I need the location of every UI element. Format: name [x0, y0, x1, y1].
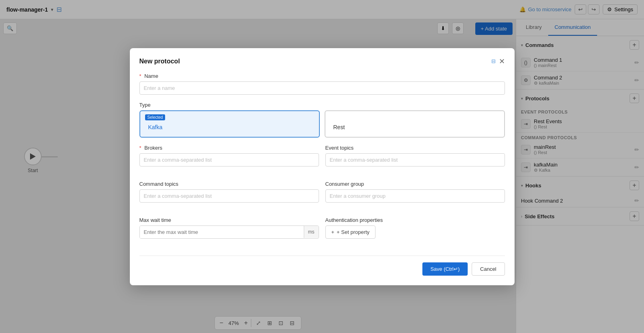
event-topics-label: Event topics [325, 145, 505, 151]
modal-overlay: New protocol ⊟ ✕ * Name Type Selected Ka… [0, 0, 644, 333]
brokers-label: * Brokers [139, 145, 319, 151]
new-protocol-modal: New protocol ⊟ ✕ * Name Type Selected Ka… [130, 48, 515, 285]
max-wait-group: Max wait time ms [139, 217, 319, 239]
max-wait-auth-row: Max wait time ms Authentication properti… [139, 217, 505, 246]
modal-footer: Save (Ctrl↵) Cancel [139, 256, 505, 276]
type-rest-option[interactable]: Rest [325, 110, 505, 138]
type-options: Selected Kafka Rest [139, 110, 505, 138]
max-wait-label: Max wait time [139, 217, 319, 223]
brokers-event-row: * Brokers Event topics [139, 145, 505, 174]
save-button[interactable]: Save (Ctrl↵) [422, 262, 468, 276]
brokers-group: * Brokers [139, 145, 319, 166]
modal-header: New protocol ⊟ ✕ [139, 58, 505, 65]
selected-badge: Selected [145, 114, 166, 120]
command-consumer-row: Command topics Consumer group [139, 181, 505, 210]
modal-close-button[interactable]: ✕ [499, 58, 505, 65]
plus-icon: + [331, 229, 335, 235]
max-wait-input[interactable] [140, 226, 304, 238]
modal-title: New protocol [139, 58, 488, 65]
event-topics-input[interactable] [325, 153, 505, 166]
type-kafka-option[interactable]: Selected Kafka [139, 110, 320, 138]
brokers-input[interactable] [139, 153, 319, 166]
command-topics-label: Command topics [139, 181, 319, 187]
required-indicator: * [139, 145, 141, 151]
command-topics-group: Command topics [139, 181, 319, 203]
consumer-group-input[interactable] [325, 189, 505, 203]
command-topics-input[interactable] [139, 189, 319, 203]
required-indicator: * [139, 73, 141, 79]
consumer-group-label: Consumer group [325, 181, 505, 187]
event-topics-group: Event topics [325, 145, 505, 166]
name-input[interactable] [139, 81, 505, 95]
auth-properties-group: Authentication properties + + Set proper… [325, 217, 505, 239]
max-wait-input-unit: ms [139, 225, 319, 239]
type-label: Type [139, 102, 505, 108]
book-icon: ⊟ [491, 58, 496, 64]
cancel-button[interactable]: Cancel [472, 262, 505, 276]
ms-unit: ms [304, 226, 319, 238]
auth-properties-label: Authentication properties [325, 217, 505, 223]
name-label: * Name [139, 73, 505, 79]
name-group: * Name [139, 73, 505, 95]
consumer-group-group: Consumer group [325, 181, 505, 203]
set-property-button[interactable]: + + Set property [325, 225, 376, 239]
type-group: Type Selected Kafka Rest [139, 102, 505, 138]
